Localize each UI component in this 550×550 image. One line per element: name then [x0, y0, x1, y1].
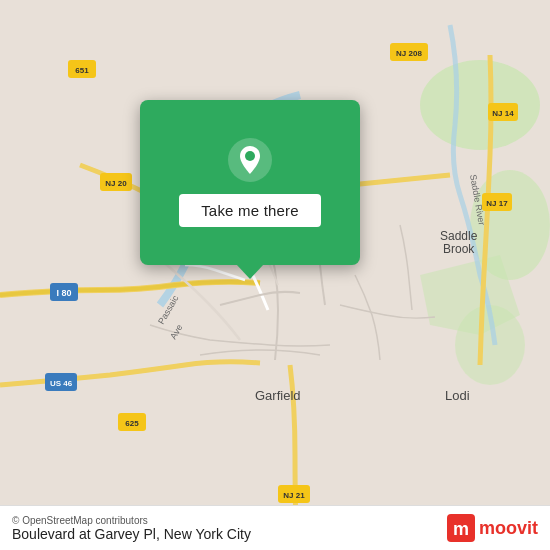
- map-attribution: © OpenStreetMap contributors: [12, 515, 251, 526]
- map-container: I 80 US 46 NJ 4 NJ 20 NJ 208 NJ 17 NJ 21…: [0, 0, 550, 550]
- svg-point-1: [420, 60, 540, 150]
- svg-text:I 80: I 80: [56, 288, 71, 298]
- take-me-there-button[interactable]: Take me there: [179, 194, 321, 227]
- svg-text:NJ 20: NJ 20: [105, 179, 127, 188]
- svg-point-33: [245, 151, 255, 161]
- svg-text:Brook: Brook: [443, 242, 475, 256]
- moovit-icon: m: [447, 514, 475, 542]
- location-label: Boulevard at Garvey Pl, New York City: [12, 526, 251, 542]
- svg-text:US 46: US 46: [50, 379, 73, 388]
- location-pin-icon: [228, 138, 272, 182]
- svg-text:NJ 21: NJ 21: [283, 491, 305, 500]
- svg-text:Garfield: Garfield: [255, 388, 301, 403]
- svg-text:Saddle: Saddle: [440, 229, 478, 243]
- moovit-text: moovit: [479, 518, 538, 539]
- moovit-logo: m moovit: [447, 514, 538, 542]
- bottom-left-info: © OpenStreetMap contributors Boulevard a…: [12, 515, 251, 542]
- svg-text:651: 651: [75, 66, 89, 75]
- svg-text:Lodi: Lodi: [445, 388, 470, 403]
- svg-text:NJ 208: NJ 208: [396, 49, 422, 58]
- svg-text:NJ 14: NJ 14: [492, 109, 514, 118]
- bottom-bar: © OpenStreetMap contributors Boulevard a…: [0, 505, 550, 550]
- svg-text:m: m: [453, 519, 469, 539]
- svg-text:NJ 17: NJ 17: [486, 199, 508, 208]
- popup-card: Take me there: [140, 100, 360, 265]
- map-background: I 80 US 46 NJ 4 NJ 20 NJ 208 NJ 17 NJ 21…: [0, 0, 550, 550]
- svg-text:625: 625: [125, 419, 139, 428]
